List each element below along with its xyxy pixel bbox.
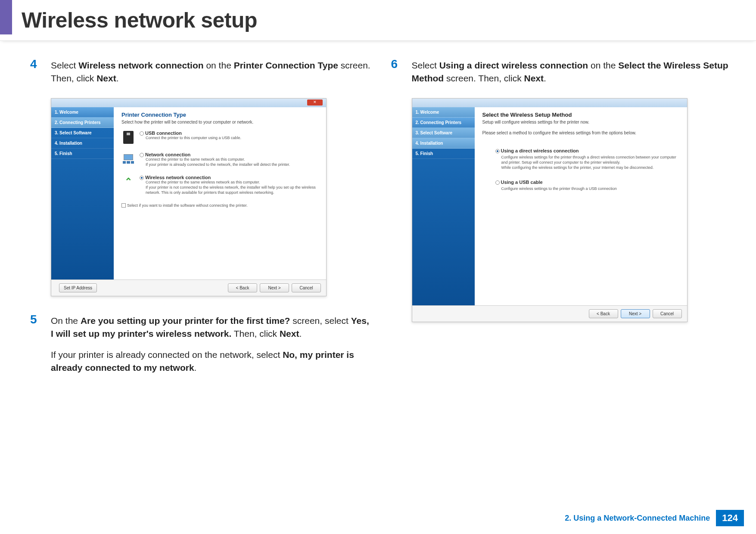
cancel-button[interactable]: Cancel [653, 309, 682, 318]
dialog-heading: Select the Wireless Setup Method [482, 112, 679, 118]
dialog-printer-connection-type: ✕ 1. Welcome 2. Connecting Printers 3. S… [51, 98, 327, 296]
next-button[interactable]: Next > [621, 309, 650, 318]
left-column: 4 Select Wireless network connection on … [30, 58, 374, 388]
option-usb-cable[interactable]: Using a USB cable Configure wireless set… [495, 180, 679, 191]
step-6: 6 Select Using a direct wireless connect… [391, 58, 735, 85]
option-wireless[interactable]: ⌃ Wireless network connection Connect th… [121, 175, 318, 195]
option-direct-title: Using a direct wireless connection [501, 148, 579, 153]
bold: Next [280, 329, 299, 338]
step-number: 4 [30, 58, 43, 85]
option-usb-title: USB connection [145, 130, 182, 136]
sidebar-item-finish: 5. Finish [412, 149, 475, 159]
option-direct-wireless[interactable]: Using a direct wireless connection Confi… [495, 148, 679, 171]
bold: Next [524, 73, 544, 83]
dialog-main: Select the Wireless Setup Method Setup w… [475, 107, 687, 305]
step-5-text: On the Are you setting up your printer f… [51, 314, 374, 375]
text: . [194, 363, 197, 373]
radio-network[interactable] [140, 153, 144, 157]
checkbox-icon[interactable] [121, 203, 126, 208]
dialog-subheading: Select how the printer will be connected… [121, 120, 318, 124]
step-number: 6 [391, 58, 404, 85]
text: Select [412, 60, 439, 70]
radio-direct-wireless[interactable] [495, 149, 500, 153]
dialog-sub2: Please select a method to configure the … [482, 130, 679, 135]
dialog-body: 1. Welcome 2. Connecting Printers 3. Sel… [412, 107, 687, 305]
text: on the [204, 60, 234, 70]
dialog-sidebar: 1. Welcome 2. Connecting Printers 3. Sel… [412, 107, 475, 305]
dialog-footer: Set IP Address < Back Next > Cancel [51, 279, 326, 296]
option-usb[interactable]: USB connection Connect the printer to th… [121, 130, 318, 144]
text: . [544, 73, 546, 83]
text: . [299, 329, 302, 338]
close-icon[interactable]: ✕ [307, 99, 323, 106]
step-4: 4 Select Wireless network connection on … [30, 58, 374, 85]
back-button[interactable]: < Back [228, 283, 257, 292]
network-icon [121, 152, 135, 166]
sidebar-item-finish: 5. Finish [51, 149, 114, 159]
content-columns: 4 Select Wireless network connection on … [0, 41, 756, 388]
usb-icon [121, 130, 135, 144]
sidebar-item-installation: 4. Installation [412, 138, 475, 149]
sidebar-item-connecting: 2. Connecting Printers [412, 118, 475, 128]
sidebar-spacer [412, 159, 475, 305]
step-number: 5 [30, 314, 43, 375]
radio-usb[interactable] [140, 131, 144, 136]
text: screen, select [290, 316, 351, 326]
radio-usb-cable[interactable] [495, 180, 500, 185]
sidebar-item-connecting: 2. Connecting Printers [51, 118, 114, 128]
cancel-button[interactable]: Cancel [292, 283, 321, 292]
option-network-title: Network connection [145, 152, 190, 157]
text: On the [51, 316, 81, 326]
text: . [116, 73, 119, 83]
dialog-main: Printer Connection Type Select how the p… [114, 107, 326, 279]
text: screen. Then, click [444, 73, 524, 83]
back-button[interactable]: < Back [589, 309, 618, 318]
page-footer: 2. Using a Network-Connected Machine 124 [565, 510, 744, 526]
sidebar-spacer [51, 159, 114, 279]
dialog-sub1: Setup will configure wireless settings f… [482, 120, 679, 124]
step-4-text: Select Wireless network connection on th… [51, 58, 374, 85]
bold: Wireless network connection [78, 60, 203, 70]
dialog-footer: < Back Next > Cancel [412, 305, 687, 322]
text: on the [588, 60, 618, 70]
install-without-connect[interactable]: Select if you want to install the softwa… [121, 203, 318, 208]
wifi-icon: ⌃ [121, 175, 135, 189]
bold: Next [96, 73, 116, 83]
page-title: Wireless network setup [22, 8, 756, 33]
dialog-sidebar: 1. Welcome 2. Connecting Printers 3. Sel… [51, 107, 114, 279]
dialog-titlebar [412, 99, 687, 107]
right-column: 6 Select Using a direct wireless connect… [391, 58, 735, 388]
step-5: 5 On the Are you setting up your printer… [30, 314, 374, 375]
option-usb-title: Using a USB cable [501, 180, 543, 185]
bold: Printer Connection Type [234, 60, 338, 70]
option-direct-desc: Configure wireless settings for the prin… [495, 155, 679, 170]
sidebar-item-software: 3. Select Software [412, 128, 475, 138]
bold: Are you setting up your printer for the … [81, 316, 290, 326]
dialog-heading: Printer Connection Type [121, 112, 318, 118]
option-usb-desc: Configure wireless settings to the print… [495, 186, 679, 191]
sidebar-item-welcome: 1. Welcome [51, 107, 114, 118]
chapter-label: 2. Using a Network-Connected Machine [565, 514, 710, 523]
step-6-text: Select Using a direct wireless connectio… [412, 58, 735, 85]
radio-wireless[interactable] [140, 176, 144, 180]
option-usb-desc: Connect the printer to this computer usi… [140, 136, 318, 141]
header-accent [0, 0, 12, 34]
option-wireless-title: Wireless network connection [145, 175, 211, 180]
dialog-body: 1. Welcome 2. Connecting Printers 3. Sel… [51, 107, 326, 279]
option-network[interactable]: Network connection Connect the printer t… [121, 152, 318, 167]
option-wireless-desc: Connect the printer to the same wireless… [140, 180, 318, 195]
sidebar-item-welcome: 1. Welcome [412, 107, 475, 118]
text: Then, click [231, 329, 280, 338]
page-number: 124 [716, 510, 744, 526]
text: If your printer is already connected on … [51, 350, 283, 360]
option-network-desc: Connect the printer to the same network … [140, 157, 318, 167]
dialog-wireless-setup-method: 1. Welcome 2. Connecting Printers 3. Sel… [412, 98, 688, 322]
set-ip-button[interactable]: Set IP Address [59, 283, 97, 292]
page-header: Wireless network setup [0, 0, 756, 41]
next-button[interactable]: Next > [260, 283, 289, 292]
sidebar-item-installation: 4. Installation [51, 138, 114, 149]
bold: Using a direct wireless connection [439, 60, 588, 70]
text: Select [51, 60, 78, 70]
dialog-titlebar: ✕ [51, 99, 326, 107]
install-without-connect-label: Select if you want to install the softwa… [127, 203, 248, 208]
